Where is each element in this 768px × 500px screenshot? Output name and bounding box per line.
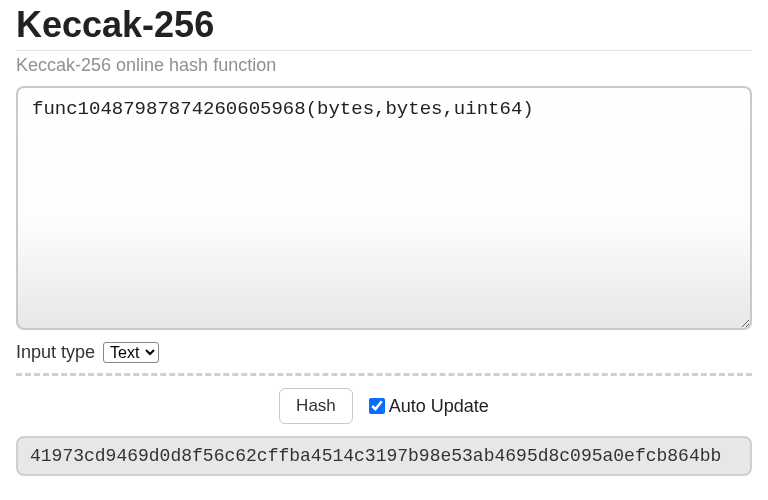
hash-output: 41973cd9469d0d8f56c62cffba4514c3197b98e5…	[16, 436, 752, 476]
hash-input[interactable]	[16, 86, 752, 330]
input-type-label: Input type	[16, 342, 95, 363]
input-type-row: Input type Text	[16, 342, 752, 363]
title-separator	[16, 50, 752, 51]
page-title: Keccak-256	[16, 4, 752, 46]
action-row: Hash Auto Update	[16, 388, 752, 424]
page-subtitle: Keccak-256 online hash function	[16, 55, 752, 76]
hash-button[interactable]: Hash	[279, 388, 353, 424]
auto-update-checkbox[interactable]	[369, 398, 385, 414]
section-separator	[16, 373, 752, 376]
auto-update-control[interactable]: Auto Update	[369, 396, 489, 417]
auto-update-label: Auto Update	[389, 396, 489, 417]
input-type-select[interactable]: Text	[103, 342, 159, 363]
